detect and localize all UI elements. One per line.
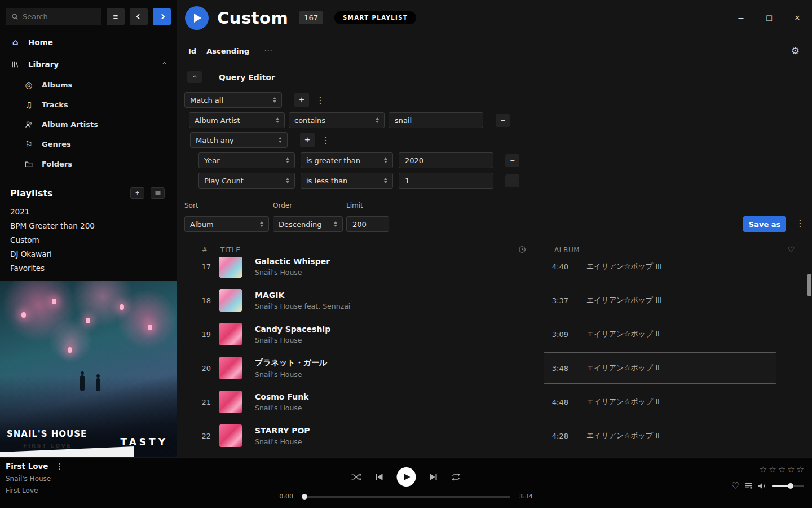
track-duration: 3:09 — [540, 330, 568, 339]
sort-select[interactable]: Album — [184, 216, 269, 232]
track-title: Galactic Whisper — [255, 257, 540, 266]
track-table-header: # TITLE ALBUM ♡ — [177, 242, 812, 257]
volume-slider[interactable] — [772, 485, 804, 487]
menu-button[interactable]: ≡ — [107, 8, 125, 25]
sidebar-item-album-artists[interactable]: Album Artists — [0, 115, 177, 134]
track-duration: 4:40 — [540, 262, 568, 271]
sidebar-item-albums[interactable]: ◎ Albums — [0, 75, 177, 95]
rule-value-input[interactable] — [399, 152, 493, 168]
table-row[interactable]: 18 MAGIK Snail's House feat. Sennzai 3:3… — [177, 283, 812, 317]
column-title[interactable]: TITLE — [220, 246, 240, 254]
star-icon[interactable]: ☆ — [797, 465, 804, 475]
add-playlist-button[interactable]: + — [130, 187, 144, 199]
nav-back-button[interactable] — [130, 8, 148, 25]
playlists-header: Playlists + — [0, 187, 177, 199]
sidebar-item-folders[interactable]: Folders — [0, 154, 177, 174]
nav-label: Library — [28, 60, 59, 69]
player-right-controls: ♡ — [731, 480, 804, 491]
star-icon[interactable]: ☆ — [760, 465, 767, 475]
seek-bar[interactable] — [302, 496, 510, 498]
column-album[interactable]: ALBUM — [554, 246, 580, 254]
lantern-glow — [148, 325, 152, 330]
player-bar: First Love ⋮ Snail's House First Love 0:… — [0, 457, 812, 508]
sidebar-item-home[interactable]: ⌂ Home — [0, 31, 177, 53]
collapse-library-icon[interactable] — [162, 62, 166, 66]
search-input[interactable] — [23, 12, 96, 21]
query-editor-collapse-button[interactable] — [187, 71, 202, 83]
playlist-item[interactable]: Custom — [0, 233, 177, 247]
previous-track-button[interactable] — [376, 473, 383, 481]
scrollbar-thumb[interactable] — [807, 274, 811, 296]
track-menu-button[interactable]: ⋮ — [56, 462, 64, 471]
window-maximize-button[interactable]: □ — [764, 13, 775, 23]
rule-field-select[interactable]: Play Count — [198, 173, 295, 189]
star-icon[interactable]: ☆ — [778, 465, 785, 475]
nav-forward-button[interactable] — [153, 8, 171, 25]
playlist-item[interactable]: BPM Greater than 200 — [0, 218, 177, 233]
rule-operator-select[interactable]: is less than — [301, 173, 393, 189]
volume-button[interactable] — [758, 482, 767, 490]
shuffle-button[interactable] — [351, 473, 362, 481]
table-row[interactable]: 19 Candy Spaceship Snail's House 3:09 エイ… — [177, 317, 812, 351]
match-all-select[interactable]: Match all — [184, 92, 282, 108]
playlist-list-button[interactable] — [151, 187, 165, 199]
duration-column-icon[interactable] — [518, 246, 526, 255]
kebab-icon: ⋮ — [316, 95, 325, 105]
sort-field-button[interactable]: Id — [188, 47, 196, 55]
rule-operator-select[interactable]: contains — [289, 112, 385, 128]
more-options-button[interactable]: ⋯ — [264, 46, 273, 56]
rule-group-menu-button[interactable]: ⋮ — [319, 135, 333, 146]
add-rule-button[interactable]: + — [294, 93, 309, 107]
match-any-select[interactable]: Match any — [190, 132, 288, 148]
albums-icon: ◎ — [24, 80, 34, 90]
sort-label: Sort — [184, 202, 198, 209]
playlist-item[interactable]: Favorites — [0, 261, 177, 275]
kebab-icon: ⋮ — [321, 135, 330, 145]
remove-rule-button[interactable]: − — [505, 174, 519, 187]
favorite-column-icon[interactable]: ♡ — [788, 245, 795, 254]
rule-group-menu-button[interactable]: ⋮ — [314, 95, 327, 106]
volume-fill — [772, 485, 791, 487]
queue-button[interactable] — [744, 481, 753, 490]
sidebar-item-tracks[interactable]: ♫ Tracks — [0, 95, 177, 115]
next-track-button[interactable] — [430, 473, 438, 481]
playlist-item[interactable]: DJ Okawari — [0, 247, 177, 261]
remove-rule-button[interactable]: − — [505, 154, 519, 167]
save-as-button[interactable]: Save as — [743, 216, 786, 232]
limit-input[interactable] — [346, 216, 389, 232]
table-row[interactable]: 20 プラネット・ガール Snail's House 3:48 エイリアン☆ポッ… — [177, 351, 812, 385]
rule-field-select[interactable]: Album Artist — [189, 112, 285, 128]
sidebar-item-library[interactable]: Library — [0, 53, 177, 75]
settings-gear-button[interactable]: ⚙ — [791, 45, 800, 57]
sort-direction-button[interactable]: Ascending — [206, 47, 249, 55]
minus-icon: − — [510, 156, 514, 165]
rule-value-input[interactable] — [399, 173, 493, 189]
rule-value-input[interactable] — [389, 112, 483, 128]
column-number[interactable]: # — [202, 246, 208, 254]
album-art-artist: SNAIL'S HOUSE — [7, 429, 87, 439]
rule-field-select[interactable]: Year — [198, 152, 295, 168]
limit-label: Limit — [346, 202, 363, 209]
track-album: エイリアン☆ポップ II — [586, 431, 812, 441]
table-row[interactable]: 21 Cosmo Funk Snail's House 4:48 エイリアン☆ポ… — [177, 385, 812, 419]
order-select[interactable]: Descending — [273, 216, 343, 232]
star-icon[interactable]: ☆ — [769, 465, 776, 475]
remove-rule-button[interactable]: − — [496, 114, 510, 127]
seek-thumb[interactable] — [302, 494, 307, 500]
table-row[interactable]: 22 STARRY POP Snail's House 4:28 エイリアン☆ポ… — [177, 419, 812, 453]
window-close-button[interactable]: × — [792, 13, 803, 23]
playlist-item[interactable]: 2021 — [0, 204, 177, 218]
sort-toolbar: Id Ascending ⋯ ⚙ — [177, 43, 812, 59]
repeat-button[interactable] — [451, 473, 461, 481]
window-minimize-button[interactable]: – — [735, 13, 747, 23]
star-icon[interactable]: ☆ — [787, 465, 795, 475]
add-rule-button[interactable]: + — [300, 133, 315, 147]
table-row[interactable]: 17 Galactic Whisper Snail's House 4:40 エ… — [177, 257, 812, 283]
play-playlist-button[interactable] — [185, 6, 209, 30]
main-content: Custom 167 SMART PLAYLIST – □ × Id Ascen… — [177, 0, 812, 457]
save-menu-button[interactable]: ⋮ — [793, 218, 807, 229]
rule-operator-select[interactable]: is greater than — [301, 152, 393, 168]
favorite-button[interactable]: ♡ — [731, 480, 739, 491]
sidebar-item-genres[interactable]: ⚐ Genres — [0, 134, 177, 154]
play-pause-button[interactable] — [397, 467, 416, 487]
